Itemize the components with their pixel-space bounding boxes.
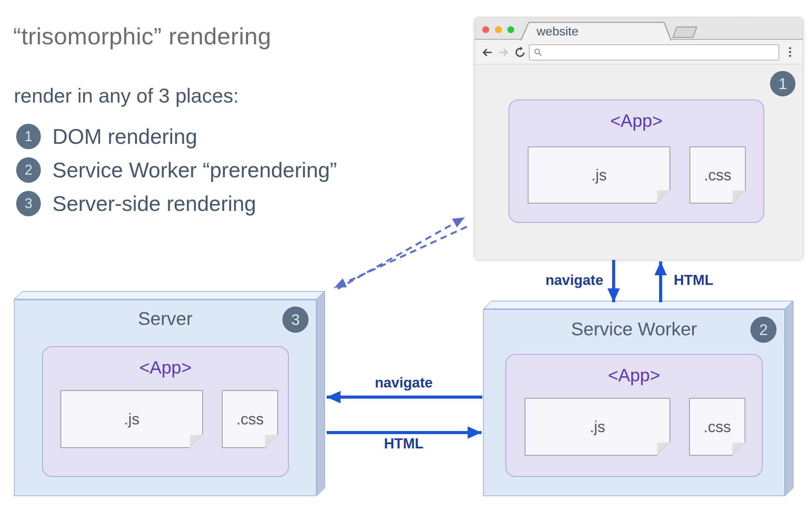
legend-number-3: 3	[16, 191, 41, 216]
close-window-button[interactable]	[482, 26, 489, 33]
browser-js-label: .js	[528, 147, 670, 204]
server-box-side-face	[317, 291, 325, 496]
step-badge-server: 3	[282, 307, 309, 333]
server-js-label: .js	[60, 390, 203, 448]
back-icon[interactable]	[481, 47, 493, 58]
service-worker-box-top-face	[483, 301, 794, 309]
service-worker-title: Service Worker	[483, 318, 785, 340]
step-badge-dom: 1	[770, 71, 795, 96]
service-worker-js-label: .js	[525, 398, 670, 456]
legend-label-dom: DOM rendering	[52, 124, 197, 149]
minimize-window-button[interactable]	[495, 26, 502, 33]
legend-number-1: 1	[16, 124, 41, 149]
legend-label-server-side: Server-side rendering	[52, 191, 256, 216]
server-js-file: .js	[60, 390, 203, 448]
browser-app-box: <App> .js .css	[508, 99, 764, 223]
server-app-box: <App> .js .css	[42, 346, 289, 477]
page-subtitle: render in any of 3 places:	[14, 84, 239, 107]
server-box-top-face	[14, 291, 325, 300]
legend-item-dom: 1 DOM rendering	[16, 124, 197, 149]
browser-titlebar: website	[475, 17, 803, 40]
browser-js-file: .js	[528, 147, 670, 204]
service-worker-app-label: <App>	[506, 365, 762, 386]
dashed-arrow-browser-to-server	[334, 227, 467, 288]
label-html-horizontal: HTML	[346, 436, 461, 452]
url-input[interactable]	[543, 45, 778, 60]
reload-icon[interactable]	[514, 47, 526, 58]
page-title: “trisomorphic” rendering	[13, 22, 271, 50]
search-icon	[534, 48, 543, 57]
server-css-label: .css	[222, 390, 278, 448]
legend-number-2: 2	[16, 157, 41, 183]
legend-item-server-side: 3 Server-side rendering	[16, 191, 256, 216]
server-app-label: <App>	[43, 357, 288, 378]
service-worker-css-file: .css	[689, 398, 745, 456]
tab-title[interactable]: website	[537, 23, 614, 40]
dashed-arrow-server-to-browser	[338, 217, 465, 289]
legend-item-service-worker: 2 Service Worker “prerendering”	[16, 157, 337, 183]
browser-app-label: <App>	[509, 110, 763, 131]
maximize-window-button[interactable]	[507, 26, 514, 33]
service-worker-css-label: .css	[689, 398, 745, 456]
label-html-vertical: HTML	[674, 272, 713, 288]
service-worker-box-side-face	[785, 301, 794, 496]
browser-menu-icon[interactable]	[788, 47, 792, 58]
server-title: Server	[14, 308, 317, 329]
service-worker-app-box: <App> .js .css	[505, 354, 763, 477]
browser-toolbar	[475, 40, 803, 64]
diagram-canvas: “trisomorphic” rendering render in any o…	[0, 0, 812, 512]
forward-icon[interactable]	[498, 47, 510, 58]
label-navigate-vertical: navigate	[545, 272, 603, 288]
new-tab-button[interactable]	[673, 27, 698, 38]
step-badge-service-worker: 2	[750, 317, 777, 343]
server-css-file: .css	[222, 390, 278, 448]
url-bar[interactable]	[529, 44, 779, 61]
label-navigate-horizontal: navigate	[346, 375, 461, 391]
service-worker-js-file: .js	[525, 398, 670, 456]
legend-label-service-worker: Service Worker “prerendering”	[52, 158, 337, 182]
browser-css-label: .css	[690, 147, 746, 204]
browser-css-file: .css	[690, 147, 746, 204]
